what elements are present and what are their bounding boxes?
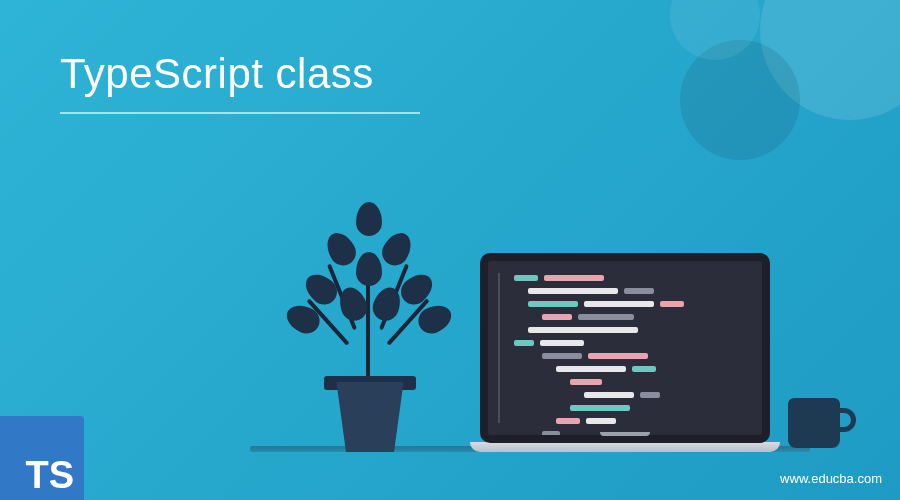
watermark-url: www.educba.com bbox=[780, 471, 882, 486]
title-underline bbox=[60, 112, 420, 114]
mug-handle bbox=[838, 408, 856, 432]
code-line bbox=[514, 314, 746, 320]
code-line bbox=[514, 366, 746, 372]
leaf-icon bbox=[282, 300, 324, 338]
code-line bbox=[514, 340, 746, 346]
plant-pot bbox=[330, 382, 410, 452]
leaf-icon bbox=[356, 252, 382, 286]
laptop-illustration bbox=[470, 253, 780, 452]
code-line bbox=[514, 392, 746, 398]
page-title: TypeScript class bbox=[60, 50, 374, 98]
typescript-logo-text: TS bbox=[25, 456, 74, 494]
code-line bbox=[514, 301, 746, 307]
code-line bbox=[514, 353, 746, 359]
leaf-icon bbox=[369, 284, 405, 325]
code-line bbox=[514, 418, 746, 424]
leaf-icon bbox=[356, 202, 382, 236]
code-line bbox=[514, 405, 746, 411]
bg-circle-2 bbox=[680, 40, 800, 160]
code-line bbox=[514, 275, 746, 281]
leaf-icon bbox=[300, 268, 343, 310]
code-line bbox=[514, 379, 746, 385]
mug-illustration bbox=[788, 398, 840, 448]
laptop-notch bbox=[600, 432, 650, 436]
typescript-logo: TS bbox=[0, 416, 84, 500]
banner: TypeScript class bbox=[0, 0, 900, 500]
code-gutter bbox=[498, 273, 500, 423]
plant-stem bbox=[366, 272, 370, 382]
laptop-screen bbox=[480, 253, 770, 443]
plant-illustration bbox=[280, 192, 460, 452]
leaf-icon bbox=[377, 228, 417, 270]
leaf-icon bbox=[321, 228, 361, 270]
laptop-base bbox=[470, 442, 780, 452]
code-line bbox=[514, 327, 746, 333]
code-line bbox=[514, 288, 746, 294]
